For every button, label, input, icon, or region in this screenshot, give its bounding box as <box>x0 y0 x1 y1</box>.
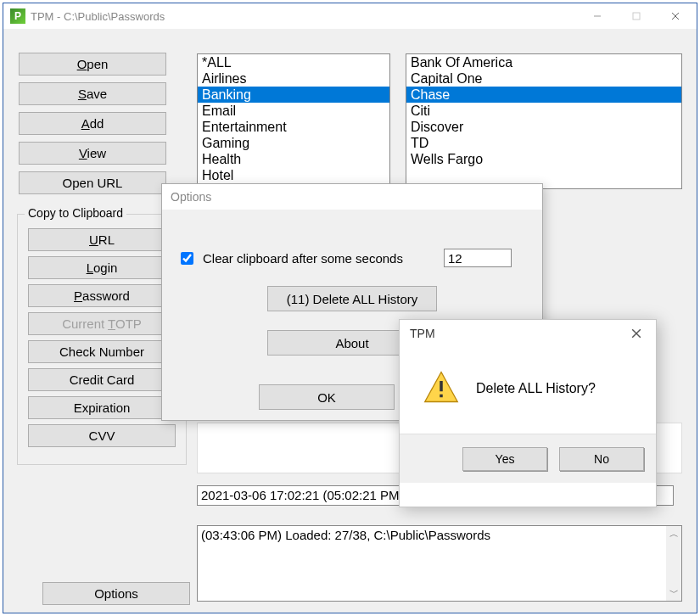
category-item[interactable]: Airlines <box>198 70 389 87</box>
clipboard-seconds-input[interactable] <box>444 249 512 267</box>
copy-expiration-button[interactable]: Expiration <box>28 396 176 419</box>
copy-check-number-button[interactable]: Check Number <box>28 340 176 363</box>
delete-all-history-button[interactable]: (11) Delete ALL History <box>267 286 437 311</box>
category-list[interactable]: *ALLAirlinesBankingEmailEntertainmentGam… <box>197 53 390 189</box>
window-title: TPM - C:\Public\Passwords <box>31 10 165 23</box>
svg-rect-8 <box>440 395 443 398</box>
scroll-up-icon[interactable]: ︿ <box>669 526 679 542</box>
view-button[interactable]: View <box>19 142 166 165</box>
copy-totp-button: Current TOTP <box>28 312 176 335</box>
open-url-button[interactable]: Open URL <box>19 171 166 194</box>
options-button[interactable]: Options <box>42 582 190 605</box>
confirm-no-button[interactable]: No <box>559 447 644 471</box>
main-button-column: Open Save Add View Open URL <box>19 53 166 201</box>
confirm-yes-button[interactable]: Yes <box>462 447 547 471</box>
svg-rect-1 <box>633 13 640 20</box>
clear-clipboard-label: Clear clipboard after some seconds <box>203 251 403 266</box>
log-scrollbar[interactable]: ︿ ﹀ <box>666 526 681 601</box>
account-item[interactable]: Bank Of America <box>406 54 681 70</box>
account-item[interactable]: Citi <box>406 103 681 119</box>
save-button[interactable]: Save <box>19 82 166 105</box>
clear-clipboard-checkbox[interactable] <box>181 252 193 265</box>
svg-rect-7 <box>440 381 443 391</box>
category-item[interactable]: Email <box>198 103 389 119</box>
log-box: (03:43:06 PM) Loaded: 27/38, C:\Public\P… <box>197 525 682 602</box>
category-item[interactable]: *ALL <box>198 54 389 70</box>
app-icon: P <box>10 8 25 24</box>
confirm-dialog: TPM Delete ALL History? Yes No <box>399 319 657 507</box>
copy-login-button[interactable]: Login <box>28 256 176 279</box>
category-item[interactable]: Entertainment <box>198 119 389 135</box>
titlebar: P TPM - C:\Public\Passwords <box>3 3 697 29</box>
copy-url-button[interactable]: URL <box>28 228 176 251</box>
close-button[interactable] <box>656 3 695 29</box>
add-button[interactable]: Add <box>19 112 166 135</box>
copy-cvv-button[interactable]: CVV <box>28 424 176 447</box>
copy-password-button[interactable]: Password <box>28 284 176 307</box>
account-item[interactable]: TD <box>406 135 681 151</box>
category-item[interactable]: Health <box>198 151 389 167</box>
category-item[interactable]: Gaming <box>198 135 389 151</box>
account-list[interactable]: Bank Of AmericaCapital OneChaseCitiDisco… <box>406 53 682 189</box>
open-button[interactable]: Open <box>19 53 166 76</box>
confirm-message: Delete ALL History? <box>476 381 596 396</box>
log-line: (03:43:06 PM) Loaded: 27/38, C:\Public\P… <box>201 528 490 542</box>
account-item[interactable]: Discover <box>406 119 681 135</box>
options-dialog-title: Options <box>162 184 542 210</box>
account-item[interactable]: Capital One <box>406 70 681 87</box>
category-item[interactable]: Hotel <box>198 167 389 183</box>
warning-icon <box>423 369 459 408</box>
copy-credit-card-button[interactable]: Credit Card <box>28 368 176 391</box>
account-item[interactable]: Wells Fargo <box>406 151 681 167</box>
maximize-button[interactable] <box>617 3 656 29</box>
confirm-close-button[interactable] <box>624 322 649 345</box>
options-ok-button[interactable]: OK <box>259 384 395 410</box>
group-label: Copy to Clipboard <box>25 206 126 220</box>
minimize-button[interactable] <box>578 3 617 29</box>
category-item[interactable]: Banking <box>198 87 389 103</box>
confirm-dialog-title: TPM <box>410 327 435 340</box>
account-item[interactable]: Chase <box>406 87 681 103</box>
scroll-down-icon[interactable]: ﹀ <box>669 585 679 601</box>
